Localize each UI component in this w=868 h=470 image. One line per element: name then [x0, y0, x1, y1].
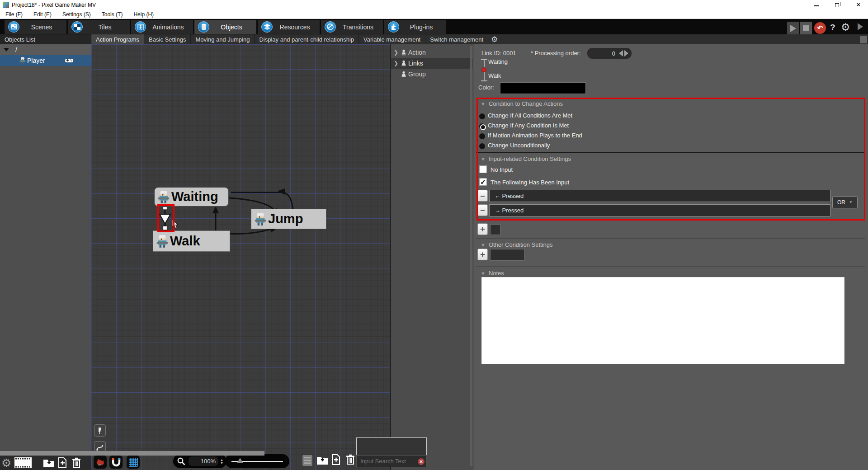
- increment-arrow-icon[interactable]: [624, 50, 628, 56]
- action-program-canvas[interactable]: Waiting Jump Walk 100% ▲▼: [91, 44, 390, 470]
- subtab-action-programs[interactable]: Action Programs: [91, 34, 144, 44]
- grid-icon: [128, 457, 138, 467]
- tab-plugins[interactable]: Plug-ins: [384, 20, 446, 34]
- horizontal-scrollbar[interactable]: [0, 451, 264, 456]
- menu-tools[interactable]: Tools (T): [96, 10, 128, 19]
- remove-condition-button[interactable]: –: [477, 204, 488, 216]
- subtab-overflow-button[interactable]: [860, 36, 867, 43]
- character-sprite-icon: [254, 212, 267, 226]
- node-jump[interactable]: Jump: [251, 209, 326, 229]
- collapse-triangle-icon[interactable]: ▼: [481, 242, 486, 248]
- trash-icon[interactable]: [72, 457, 81, 468]
- pen-tool-button[interactable]: [94, 424, 106, 437]
- tab-objects[interactable]: Objects: [194, 20, 256, 34]
- collapse-triangle-icon[interactable]: [4, 48, 9, 52]
- zoom-spinner[interactable]: ▲▼: [220, 458, 223, 465]
- add-input-condition-button[interactable]: +: [477, 223, 488, 235]
- scenes-icon: [8, 21, 19, 33]
- add-folder-button[interactable]: [316, 455, 328, 467]
- subtab-moving-jumping[interactable]: Moving and Jumping: [191, 34, 255, 44]
- objects-list-header: Objects List: [0, 34, 91, 44]
- search-input[interactable]: [357, 456, 426, 467]
- objects-root-row[interactable]: /: [0, 44, 91, 55]
- clear-search-button[interactable]: ✕: [418, 458, 425, 465]
- subtab-variable-management[interactable]: Variable management: [359, 34, 425, 44]
- remove-condition-button[interactable]: –: [477, 190, 488, 202]
- notes-section-header[interactable]: ▼Notes: [481, 270, 504, 277]
- window-controls: ✕: [814, 0, 868, 10]
- grid-toggle-button[interactable]: [127, 456, 140, 469]
- collapse-triangle-icon[interactable]: ▼: [481, 156, 486, 162]
- tab-scenes[interactable]: Scenes: [5, 20, 66, 34]
- stop-icon: [803, 25, 809, 31]
- decrement-arrow-icon[interactable]: [619, 50, 623, 56]
- radio-unconditional[interactable]: [479, 143, 485, 149]
- minimize-button[interactable]: [814, 2, 820, 8]
- color-swatch[interactable]: [500, 82, 586, 94]
- add-other-condition-button[interactable]: +: [477, 249, 488, 260]
- processing-order-value[interactable]: 0: [587, 50, 615, 57]
- tab-resources[interactable]: Resources: [258, 20, 320, 34]
- page-plus-icon[interactable]: [58, 457, 67, 468]
- tree-item-links[interactable]: ❯ Links: [391, 58, 473, 69]
- color-label: Color:: [478, 84, 494, 91]
- link-from-label: Waiting: [488, 58, 508, 65]
- folder-plus-icon[interactable]: [43, 458, 55, 468]
- maximize-button[interactable]: [835, 2, 841, 8]
- input-section-header[interactable]: ▼Input-related Condition Settings: [481, 155, 571, 162]
- delete-button[interactable]: [346, 454, 355, 467]
- input-condition-row-right[interactable]: → Pressed: [489, 204, 830, 216]
- objects-item-player[interactable]: Player: [0, 55, 91, 66]
- flame-display-button[interactable]: [94, 456, 107, 469]
- radio-all-conditions[interactable]: [479, 113, 485, 119]
- section-divider: [476, 239, 865, 239]
- zoom-value-field[interactable]: 100%: [189, 456, 218, 466]
- subtab-settings-gear[interactable]: ⚙: [488, 34, 500, 44]
- tree-item-group[interactable]: Group: [391, 69, 473, 80]
- condition-section-header[interactable]: ▼Condition to Change Actions: [481, 100, 563, 107]
- zoom-slider[interactable]: [225, 454, 289, 468]
- other-section-header[interactable]: ▼Other Condition Settings: [481, 241, 553, 248]
- slider-thumb[interactable]: [237, 458, 243, 463]
- operator-dropdown[interactable]: OR ▼: [832, 196, 858, 208]
- run-secondary-button[interactable]: [858, 23, 863, 32]
- gear-icon[interactable]: ⚙: [1, 456, 11, 470]
- list-view-button[interactable]: [302, 455, 313, 468]
- pixel-game-maker-window: Project18* - Pixel Game Maker MV ✕ File …: [0, 0, 868, 470]
- other-condition-add-box[interactable]: [490, 249, 524, 261]
- radio-any-condition[interactable]: [479, 123, 485, 129]
- chevron-right-icon[interactable]: ❯: [391, 49, 401, 56]
- chevron-right-icon[interactable]: ❯: [391, 60, 401, 66]
- settings-gear-button[interactable]: ⚙: [841, 21, 850, 33]
- stop-button[interactable]: [800, 22, 812, 35]
- input-condition-row-left[interactable]: ← Pressed: [489, 190, 830, 202]
- menu-file[interactable]: File (F): [0, 10, 28, 19]
- node-walk[interactable]: Walk: [153, 230, 230, 252]
- input-condition-add-box[interactable]: [490, 224, 500, 235]
- help-button[interactable]: ?: [830, 23, 835, 33]
- menu-edit[interactable]: Edit (E): [28, 10, 57, 19]
- node-waiting[interactable]: Waiting: [154, 187, 229, 207]
- tree-item-action[interactable]: ❯ Action: [391, 47, 473, 58]
- menu-settings[interactable]: Settings (S): [57, 10, 96, 19]
- subtab-switch-management[interactable]: Switch management: [425, 34, 488, 44]
- tab-transitions[interactable]: Transitions: [321, 20, 383, 34]
- tree-scrollbar[interactable]: [470, 46, 472, 466]
- tab-tiles[interactable]: Tiles: [68, 20, 130, 34]
- checkbox-following-input[interactable]: ✓: [479, 178, 487, 186]
- close-button[interactable]: ✕: [855, 2, 862, 8]
- film-strip-icon[interactable]: [14, 457, 32, 469]
- menu-help[interactable]: Help (H): [128, 10, 159, 19]
- play-button[interactable]: [787, 22, 799, 35]
- subtab-display-parent-child[interactable]: Display and parent-child relationship: [255, 34, 359, 44]
- debug-run-button[interactable]: ↶: [814, 22, 826, 34]
- subtab-basic-settings[interactable]: Basic Settings: [144, 34, 191, 44]
- collapse-triangle-icon[interactable]: ▼: [481, 271, 486, 276]
- checkbox-no-input[interactable]: [479, 165, 487, 173]
- add-page-button[interactable]: [331, 454, 340, 467]
- collapse-triangle-icon[interactable]: ▼: [481, 101, 486, 107]
- notes-textarea[interactable]: [481, 277, 844, 364]
- snap-magnet-button[interactable]: [109, 456, 123, 469]
- radio-motion-animation-end[interactable]: [479, 133, 485, 139]
- tab-animations[interactable]: Animations: [131, 20, 193, 34]
